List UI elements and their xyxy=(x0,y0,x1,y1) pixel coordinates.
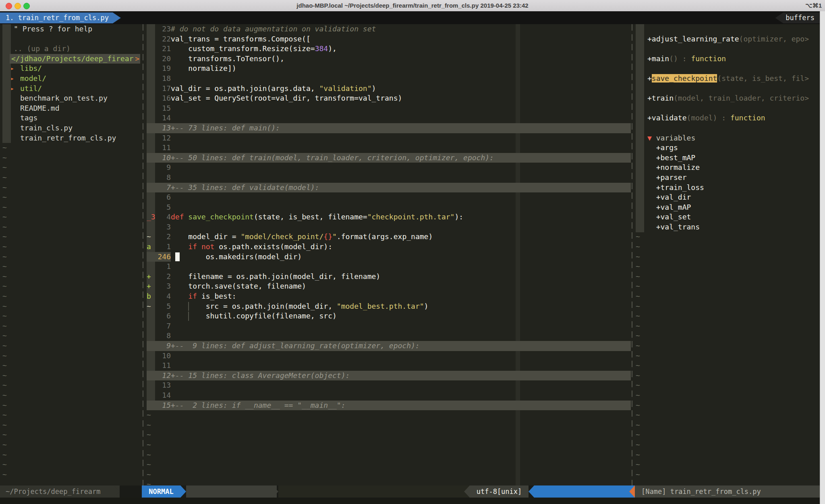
nerdtree-file-train_retr_from_cls.py[interactable]: train_retr_from_cls.py xyxy=(0,133,142,143)
code-line[interactable]: 15 xyxy=(142,103,631,114)
code-line[interactable]: ~ 5 src = os.path.join(model_dir, "model… xyxy=(142,302,631,312)
tagbar-entry: +train(model, train_loader, criterio> xyxy=(647,93,809,103)
code-line[interactable]: 6 shutil.copyfile(filename, src) xyxy=(142,311,631,321)
tagbar-name: normalize xyxy=(661,163,700,171)
fold-line[interactable]: 10+-- 50 lines: def train(model, train_l… xyxy=(142,153,631,163)
code-line[interactable]: 246 os.makedirs(model_dir) xyxy=(142,252,631,262)
code-line[interactable]: 1 xyxy=(142,262,631,272)
powerline-separator-orange xyxy=(629,485,635,498)
code-line[interactable]: ~ 2 model_dir = "model/check_point/{}".f… xyxy=(142,232,631,242)
code-line[interactable]: 14 xyxy=(142,390,631,401)
code-line[interactable]: 11 xyxy=(142,143,631,153)
code-line[interactable]: _3 4def save_checkpoint(state, is_best, … xyxy=(142,212,631,222)
tagbar-section-variables[interactable]: ▼ variables xyxy=(631,133,820,143)
code-text: filename = os.path.join(model_dir, filen… xyxy=(171,272,380,282)
code-line[interactable]: 19 normalize]) xyxy=(142,64,631,74)
code-line[interactable]: 14 xyxy=(142,113,631,123)
tagbar-item[interactable]: +val_dir xyxy=(631,192,820,202)
nerdtree-file-train_cls.py[interactable]: train_cls.py xyxy=(0,123,142,133)
empty-line: ~ xyxy=(631,232,820,242)
command-line[interactable] xyxy=(0,498,825,504)
syntax-pl: ) xyxy=(424,302,429,310)
nerdtree-file-README.md[interactable]: README.md xyxy=(0,103,142,114)
tagbar-item[interactable]: +main() : function xyxy=(631,54,820,64)
powerline-separator xyxy=(529,485,534,498)
nerdtree-item[interactable]: .. (up a dir) xyxy=(0,44,142,54)
tagbar-entry: +train_loss xyxy=(647,183,704,193)
code-line[interactable]: 21 custom_transform.Resize(size=384), xyxy=(142,44,631,54)
tilde-marker: ~ xyxy=(2,341,7,351)
code-line[interactable]: 13 xyxy=(142,380,631,390)
tagbar-item[interactable]: +args xyxy=(631,143,820,153)
line-number: 13 xyxy=(155,123,171,133)
code-line[interactable]: 10 xyxy=(142,351,631,361)
tagbar-item[interactable]: +train(model, train_loader, criterio> xyxy=(631,93,820,103)
tilde-marker: ~ xyxy=(147,450,151,460)
code-line[interactable]: 16val_set = QuerySet(root=val_dir, trans… xyxy=(142,93,631,103)
syntax-pl: ), xyxy=(328,44,337,53)
tilde-marker: ~ xyxy=(2,331,7,341)
tagbar-item xyxy=(631,24,820,34)
fold-line[interactable]: 15+-- 2 lines: if __name__ == "__main__"… xyxy=(142,401,631,411)
code-line[interactable]: + 3 torch.save(state, filename) xyxy=(142,281,631,291)
code-line[interactable]: 8 xyxy=(142,331,631,341)
code-line[interactable]: 18 xyxy=(142,74,631,84)
tagbar-item[interactable]: +val_mAP xyxy=(631,202,820,213)
nerdtree-dir-util[interactable]: ▸util/ xyxy=(0,84,142,94)
tagbar-item[interactable]: +save_checkpoint(state, is_best, fil> xyxy=(631,74,820,84)
code-line[interactable]: 17val_dir = os.path.join(args.data, "val… xyxy=(142,84,631,94)
fold-line[interactable]: 13+-- 73 lines: def main(): xyxy=(142,123,631,133)
nerdtree-dir-label: model/ xyxy=(20,74,46,84)
fold-line[interactable]: 9+-- 9 lines: def adjust_learning_rate(o… xyxy=(142,341,631,351)
tilde-marker: ~ xyxy=(2,440,7,450)
window-separator-left[interactable] xyxy=(143,24,143,485)
tagbar-item[interactable]: +train_loss xyxy=(631,183,820,193)
tagbar-item[interactable]: +validate(model) : function xyxy=(631,113,820,123)
indent-guide xyxy=(188,302,189,311)
code-text: normalize]) xyxy=(171,64,236,74)
line-number: 6 xyxy=(155,311,171,321)
fold-line[interactable]: 12+-- 15 lines: class AverageMeter(objec… xyxy=(142,371,631,381)
buffers-label[interactable]: buffers xyxy=(775,12,820,23)
nerdtree-file-tags[interactable]: tags xyxy=(0,113,142,123)
nerdtree-item[interactable]: " Press ? for help xyxy=(0,24,142,34)
tagbar-item[interactable]: +best_mAP xyxy=(631,153,820,163)
nerdtree-dir-model[interactable]: ▸model/ xyxy=(0,74,142,84)
code-line[interactable]: 11 xyxy=(142,361,631,371)
code-line[interactable]: 23# do not do data augmentation on valid… xyxy=(142,24,631,34)
fold-line[interactable]: 7+-- 35 lines: def validate(model): xyxy=(142,183,631,193)
code-line[interactable]: b 4 if is_best: xyxy=(142,291,631,302)
code-line[interactable]: 9 xyxy=(142,163,631,173)
tagbar-item[interactable]: +adjust_learning_rate(optimizer, epo> xyxy=(631,34,820,44)
gitgutter-sign: ~ xyxy=(147,302,155,312)
tagbar-name: adjust_learning_rate xyxy=(652,35,739,43)
window-separator-right[interactable] xyxy=(632,24,632,485)
line-number: 5 xyxy=(155,302,171,312)
code-line[interactable]: a 1 if not os.path.exists(model_dir): xyxy=(142,242,631,252)
code-line[interactable]: 6 xyxy=(142,192,631,202)
code-text: val_set = QuerySet(root=val_dir, transfo… xyxy=(171,93,402,103)
nerdtree-file-benchmark_on_test.py[interactable]: benchmark_on_test.py xyxy=(0,93,142,103)
code-line[interactable]: 8 xyxy=(142,173,631,183)
tagbar-item[interactable]: +normalize xyxy=(631,163,820,173)
terminal-scrollbar[interactable] xyxy=(820,11,825,504)
nerdtree-statusline-path: ~/Projects/deep_firearm xyxy=(0,485,120,498)
tagbar-item[interactable]: +val_trans xyxy=(631,222,820,232)
nerdtree-file-label: tags xyxy=(20,113,37,123)
code-line[interactable]: 22val_trans = transforms.Compose([ xyxy=(142,34,631,44)
code-line[interactable]: 20 transforms.ToTensor(), xyxy=(142,54,631,64)
tab-active[interactable]: 1. train_retr_from_cls.py xyxy=(0,12,121,23)
code-line[interactable]: 7 xyxy=(142,321,631,331)
code-line[interactable]: + 2 filename = os.path.join(model_dir, f… xyxy=(142,272,631,282)
code-line[interactable]: 5 xyxy=(142,202,631,213)
tilde-marker: ~ xyxy=(2,192,7,202)
nerdtree-dir-libs[interactable]: ▸libs/ xyxy=(0,64,142,74)
tagbar-item[interactable]: +parser xyxy=(631,173,820,183)
nerdtree-root-path[interactable]: </jdhao/Projects/deep_firear> xyxy=(0,54,142,64)
code-line[interactable]: 3 xyxy=(142,222,631,232)
code-line[interactable]: 12 xyxy=(142,133,631,143)
tagbar-item[interactable]: +val_set xyxy=(631,212,820,222)
tagbar-plus: + xyxy=(647,223,661,231)
filename-segment: train_retr_from_cls.py python xyxy=(278,485,473,498)
tilde-marker: ~ xyxy=(2,143,7,153)
